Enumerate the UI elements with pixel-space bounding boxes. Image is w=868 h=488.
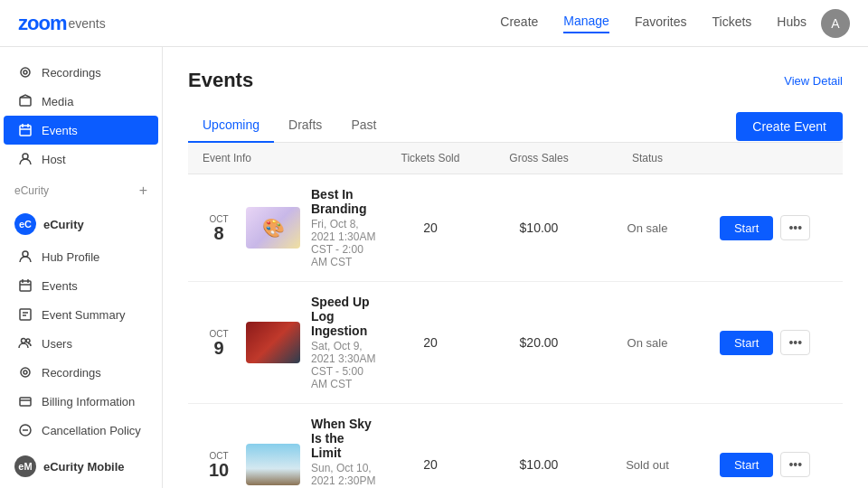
hub-ecurity-name: eCurity — [43, 218, 84, 231]
gross-sales-2: $20.00 — [485, 335, 593, 350]
create-event-button[interactable]: Create Event — [736, 112, 843, 141]
sidebar-item-host[interactable]: Host — [4, 145, 158, 174]
svg-point-11 — [24, 371, 27, 374]
event-name-2: Speed Up Log Ingestion — [311, 295, 376, 338]
nav-hubs[interactable]: Hubs — [777, 14, 807, 33]
table-header: Event Info Tickets Sold Gross Sales Stat… — [188, 143, 843, 174]
logo-zoom-text: zoom — [18, 12, 66, 35]
event-time-1: Fri, Oct 8, 2021 1:30AM CST - 2:00 AM CS… — [311, 218, 376, 268]
event-name-1: Best In Branding — [311, 187, 376, 216]
users-icon — [18, 336, 33, 351]
hub-ecurity-icon: eC — [14, 213, 36, 235]
tickets-sold-1: 20 — [376, 221, 485, 235]
table-row: OCT 8 🎨 Best In Branding Fri, Oct 8, 202… — [188, 174, 843, 282]
more-button-3[interactable]: ••• — [780, 452, 810, 477]
sidebar-item-recordings[interactable]: Recordings — [4, 58, 158, 87]
sidebar-item-events[interactable]: Events — [4, 116, 158, 145]
table-row: OCT 9 Speed Up Log Ingestion Sat, Oct 9,… — [188, 282, 843, 404]
svg-rect-6 — [20, 281, 31, 291]
table-row: OCT 10 When Sky Is the Limit Sun, Oct 10… — [188, 404, 843, 488]
nav-create[interactable]: Create — [500, 14, 538, 33]
summary-icon — [18, 307, 33, 322]
event-info-2: OCT 9 Speed Up Log Ingestion Sat, Oct 9,… — [203, 295, 376, 390]
tab-drafts[interactable]: Drafts — [274, 110, 336, 143]
sidebar-item-ecurity-recordings[interactable]: Recordings — [4, 358, 158, 387]
hub-ecurity-mobile-name: eCurity Mobile — [43, 460, 125, 474]
sidebar-item-cancellation[interactable]: Cancellation Policy — [4, 416, 158, 445]
event-month-3: OCT — [209, 451, 228, 461]
sidebar-item-mobile-hub-profile[interactable]: Hub Profile — [4, 484, 158, 488]
event-time-3: Sun, Oct 10, 2021 2:30PM CST - 4:00 PM C… — [311, 462, 376, 488]
tab-past[interactable]: Past — [336, 110, 391, 143]
view-detail-link[interactable]: View Detail — [784, 74, 843, 88]
recording-icon-2 — [18, 365, 33, 380]
svg-point-8 — [22, 339, 26, 343]
col-actions — [702, 152, 828, 164]
sidebar-item-hub-profile[interactable]: Hub Profile — [4, 242, 158, 271]
event-info-3: OCT 10 When Sky Is the Limit Sun, Oct 10… — [203, 417, 376, 488]
svg-point-4 — [23, 154, 28, 159]
sidebar-section-ecurity: eCurity + — [0, 174, 162, 202]
events-icon-2 — [18, 278, 33, 293]
event-details-3: When Sky Is the Limit Sun, Oct 10, 2021 … — [311, 417, 376, 488]
nav-tickets[interactable]: Tickets — [712, 14, 751, 33]
event-info-1: OCT 8 🎨 Best In Branding Fri, Oct 8, 202… — [203, 187, 376, 268]
start-button-3[interactable]: Start — [720, 453, 773, 477]
col-event-info: Event Info — [203, 152, 376, 164]
sidebar-item-media[interactable]: Media — [4, 87, 158, 116]
svg-point-0 — [21, 68, 30, 77]
event-month-2: OCT — [209, 329, 228, 339]
svg-point-9 — [26, 339, 30, 343]
start-button-1[interactable]: Start — [720, 216, 773, 240]
more-button-1[interactable]: ••• — [780, 215, 810, 240]
nav-favorites[interactable]: Favorites — [635, 14, 687, 33]
event-details-1: Best In Branding Fri, Oct 8, 2021 1:30AM… — [311, 187, 376, 268]
event-details-2: Speed Up Log Ingestion Sat, Oct 9, 2021 … — [311, 295, 376, 390]
hub-ecurity-mobile-main[interactable]: eM eCurity Mobile — [0, 448, 162, 484]
add-hub-button[interactable]: + — [139, 183, 147, 199]
svg-rect-2 — [20, 98, 31, 106]
more-button-2[interactable]: ••• — [780, 330, 810, 355]
logo-events-text: events — [68, 16, 105, 31]
main-content: Events View Detail Upcoming Drafts Past … — [163, 47, 868, 488]
event-name-3: When Sky Is the Limit — [311, 417, 376, 460]
col-gross-sales: Gross Sales — [485, 152, 593, 164]
profile-icon — [18, 249, 33, 264]
gross-sales-3: $10.00 — [485, 457, 593, 472]
hub-ecurity-main[interactable]: eC eCurity — [0, 206, 162, 242]
event-date-2: OCT 9 — [203, 329, 235, 357]
status-3: Sold out — [593, 458, 702, 472]
event-thumbnail-2 — [246, 322, 300, 363]
actions-2: Start ••• — [702, 330, 828, 355]
status-1: On sale — [593, 221, 702, 235]
tabs: Upcoming Drafts Past — [188, 110, 391, 142]
tickets-sold-2: 20 — [376, 335, 485, 350]
recording-icon — [18, 65, 33, 80]
avatar[interactable]: A — [821, 9, 850, 38]
event-thumbnail-3 — [246, 444, 300, 485]
svg-point-10 — [21, 368, 30, 377]
logo: zoomevents — [18, 12, 106, 35]
event-time-2: Sat, Oct 9, 2021 3:30AM CST - 5:00 AM CS… — [311, 340, 376, 390]
event-day-1: 8 — [213, 224, 223, 242]
tickets-sold-3: 20 — [376, 457, 485, 472]
sidebar-item-billing[interactable]: Billing Information — [4, 387, 158, 416]
start-button-2[interactable]: Start — [720, 331, 773, 355]
tab-upcoming[interactable]: Upcoming — [188, 110, 274, 143]
svg-rect-3 — [20, 126, 31, 136]
nav-manage[interactable]: Manage — [563, 14, 609, 33]
event-day-2: 9 — [213, 339, 223, 357]
events-icon — [18, 123, 33, 137]
sidebar-item-event-summary[interactable]: Event Summary — [4, 300, 158, 329]
nav-links: Create Manage Favorites Tickets Hubs — [500, 14, 807, 33]
event-date-3: OCT 10 — [203, 451, 235, 479]
event-month-1: OCT — [209, 214, 228, 224]
actions-1: Start ••• — [702, 215, 828, 240]
gross-sales-1: $10.00 — [485, 221, 593, 235]
event-thumbnail-1: 🎨 — [246, 207, 300, 249]
sidebar-item-users[interactable]: Users — [4, 329, 158, 358]
sidebar: Recordings Media Events Host eCurity + — [0, 47, 163, 488]
sidebar-item-ecurity-events[interactable]: Events — [4, 271, 158, 300]
col-tickets-sold: Tickets Sold — [376, 152, 485, 164]
svg-rect-7 — [20, 309, 31, 320]
